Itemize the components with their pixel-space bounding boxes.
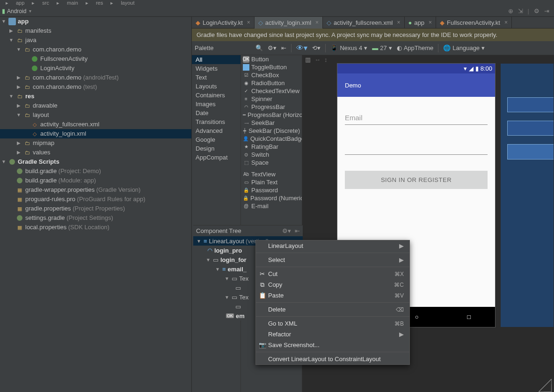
gradle-scripts: Gradle Scripts bbox=[18, 157, 59, 167]
close-icon[interactable]: × bbox=[397, 19, 400, 26]
dir-drawable: drawable bbox=[33, 101, 58, 110]
theme-selector[interactable]: ◐AppTheme bbox=[397, 44, 434, 51]
palette-categories[interactable]: All Widgets Text Layouts Containers Imag… bbox=[192, 55, 241, 392]
dir-manifests: manifests bbox=[25, 26, 51, 36]
delete-icon: ⌫ bbox=[396, 306, 404, 313]
status-time: 8:00 bbox=[481, 65, 492, 72]
menu-goto-xml[interactable]: Go to XML⌘B bbox=[256, 318, 409, 329]
build-gradle-project: build.gradle (Project: Demo) bbox=[25, 167, 101, 176]
file-activity-fullscreen: activity_fullscreen.xml bbox=[40, 120, 99, 129]
file-login-activity: LoginActivity bbox=[40, 64, 74, 73]
hide-icon[interactable]: ⇥ bbox=[544, 7, 549, 15]
settings-gradle: settings.gradle (Project Settings) bbox=[25, 213, 113, 223]
palette-title: Palette bbox=[195, 44, 213, 51]
design-toolbar: Palette 🔍 ⚙▾ ⇤ 👁▾ ⟲▾ 📱Nexus 4▾ ▬27▾ ◐App… bbox=[192, 41, 554, 55]
language-selector[interactable]: 🌐Language▾ bbox=[443, 44, 485, 51]
file-fullscreen-activity: FullscreenActivity bbox=[40, 54, 87, 64]
module-app: app bbox=[18, 17, 29, 26]
menu-save-screenshot[interactable]: 📷Save Screenshot... bbox=[256, 340, 409, 350]
tab-activity-login-xml[interactable]: ◇activity_login.xml× bbox=[255, 17, 323, 29]
device-selector[interactable]: 📱Nexus 4▾ bbox=[330, 44, 367, 51]
tab-fullscreen-activity[interactable]: ◆FullscreenActivity.kt× bbox=[436, 17, 512, 29]
orientation-icon[interactable]: ⟲▾ bbox=[312, 44, 321, 51]
blueprint-preview bbox=[501, 64, 554, 327]
dir-mipmap: mipmap bbox=[33, 138, 54, 148]
home-icon: ○ bbox=[415, 313, 419, 320]
target-icon[interactable]: ⊕ bbox=[508, 7, 513, 15]
collapse-icon[interactable]: ⇲ bbox=[518, 7, 523, 15]
signin-button[interactable]: SIGN IN OR REGISTER bbox=[345, 171, 488, 189]
build-gradle-module: build.gradle (Module: app) bbox=[25, 176, 96, 185]
pan-icon[interactable]: ▥ bbox=[305, 56, 311, 63]
tab-login-activity[interactable]: ◆LoginActivity.kt× bbox=[192, 17, 255, 29]
variant-selector[interactable]: ▮ Android ▾ bbox=[2, 7, 34, 15]
menu-refactor[interactable]: Refactor▶ bbox=[256, 329, 409, 340]
dir-values: values bbox=[33, 148, 51, 157]
gear-icon[interactable]: ⚙▾ bbox=[282, 227, 291, 234]
wifi-icon: ▾ bbox=[464, 65, 467, 72]
status-bar: ▾◢▮ 8:00 bbox=[337, 64, 495, 73]
pkg-test: com.charon.demo (test) bbox=[33, 82, 97, 92]
menu-linearlayout[interactable]: LinearLayout▶ bbox=[256, 240, 409, 251]
project-toolbar: ▮ Android ▾ ⊕ ⇲ | ⚙ ⇥ bbox=[0, 6, 554, 17]
pkg-androidtest: com.charon.demo (androidTest) bbox=[33, 73, 119, 82]
menu-convert[interactable]: Convert LinearLayout to ConstraintLayout bbox=[256, 354, 409, 364]
paste-icon: 📋 bbox=[259, 292, 265, 299]
close-icon[interactable]: × bbox=[429, 19, 432, 26]
gradle-wrapper: gradle-wrapper.properties (Gradle Versio… bbox=[25, 185, 140, 195]
v-arrows-icon[interactable]: ↕ bbox=[324, 56, 328, 63]
battery-icon: ▮ bbox=[475, 65, 479, 72]
search-icon[interactable]: 🔍 bbox=[255, 44, 263, 51]
editor-tabs: ◆LoginActivity.kt× ◇activity_login.xml× … bbox=[192, 17, 554, 29]
dir-res: res bbox=[25, 92, 35, 101]
context-menu: LinearLayout▶ Select▶ ✂Cut⌘X ⧉Copy⌘C 📋Pa… bbox=[255, 240, 410, 365]
gear-icon[interactable]: ⚙ bbox=[534, 7, 539, 15]
copy-icon: ⧉ bbox=[259, 281, 265, 289]
close-icon[interactable]: × bbox=[247, 19, 250, 26]
gradle-properties: gradle.properties (Project Properties) bbox=[25, 204, 125, 213]
local-properties: local.properties (SDK Location) bbox=[25, 223, 109, 232]
palette-cat-all: All bbox=[192, 55, 241, 64]
close-icon[interactable]: × bbox=[504, 19, 508, 26]
close-icon[interactable]: × bbox=[315, 19, 319, 26]
gradle-sync-notice: Gradle files have changed since last pro… bbox=[192, 29, 554, 41]
recents-icon: □ bbox=[467, 313, 471, 320]
password-field[interactable] bbox=[345, 141, 488, 155]
dock-icon[interactable]: ⇤ bbox=[281, 44, 286, 51]
h-arrows-icon[interactable]: ↔ bbox=[314, 56, 321, 63]
email-field[interactable] bbox=[345, 111, 488, 125]
app-bar: Demo bbox=[337, 73, 495, 97]
cut-icon: ✂ bbox=[259, 270, 265, 277]
breadcrumb-bar: ▸app▸src▸main▸res▸layout bbox=[0, 0, 554, 6]
signal-icon: ◢ bbox=[469, 65, 474, 72]
project-tree[interactable]: ▼app ▶🗀manifests ▼🗀java ▼🗀com.charon.dem… bbox=[0, 17, 191, 392]
proguard: proguard-rules.pro (ProGuard Rules for a… bbox=[25, 195, 146, 204]
menu-delete[interactable]: Delete⌫ bbox=[256, 304, 409, 315]
dir-java: java bbox=[25, 36, 36, 45]
menu-copy[interactable]: ⧉Copy⌘C bbox=[256, 279, 409, 290]
gear-icon[interactable]: ⚙▾ bbox=[268, 44, 277, 51]
project-panel: ▼app ▶🗀manifests ▼🗀java ▼🗀com.charon.dem… bbox=[0, 17, 192, 392]
api-selector[interactable]: ▬27▾ bbox=[372, 44, 392, 51]
camera-icon: 📷 bbox=[259, 341, 265, 348]
design-view-icon[interactable]: 👁▾ bbox=[296, 44, 307, 52]
tab-activity-fullscreen-xml[interactable]: ◇activity_fullscreen.xml× bbox=[323, 17, 404, 29]
tab-app[interactable]: ●app× bbox=[405, 17, 437, 29]
menu-paste[interactable]: 📋Paste⌘V bbox=[256, 290, 409, 301]
dir-layout: layout bbox=[33, 110, 49, 120]
menu-cut[interactable]: ✂Cut⌘X bbox=[256, 269, 409, 279]
file-activity-login: activity_login.xml bbox=[40, 129, 86, 138]
dock-icon[interactable]: ⇤ bbox=[295, 227, 300, 234]
resize-handle-icon[interactable] bbox=[539, 379, 552, 392]
pkg-main: com.charon.demo bbox=[33, 45, 81, 54]
menu-select[interactable]: Select▶ bbox=[256, 254, 409, 265]
